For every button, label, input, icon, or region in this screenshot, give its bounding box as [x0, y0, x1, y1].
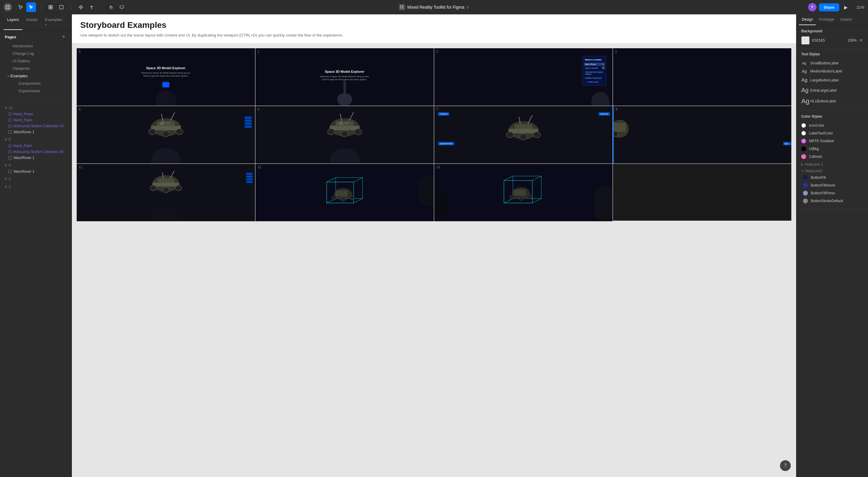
tab-examples[interactable]: Examples ∧ [41, 14, 68, 30]
layer-marsrover-4[interactable]: MarsRover 1 [0, 168, 71, 174]
user-avatar[interactable]: Y [808, 3, 816, 11]
pages-header: Pages + [5, 34, 67, 40]
share-button[interactable]: Share [819, 3, 839, 11]
canvas-area[interactable]: Storyboard Examples Use viewport to sket… [72, 14, 796, 477]
svg-rect-43 [614, 123, 626, 132]
svg-rect-6 [49, 7, 50, 9]
cell-number-13: 13 [436, 165, 440, 169]
tab-design[interactable]: Design [799, 14, 816, 25]
tab-prototype[interactable]: Prototype [816, 14, 837, 25]
pages-title: Pages [5, 35, 16, 39]
page-item-examples[interactable]: ∨ Examples [5, 72, 67, 80]
text-style-xlarge[interactable]: Ag ExtraLargeLabel [801, 85, 863, 96]
file-icon [399, 4, 405, 10]
text-style-ag-hl1: Ag [801, 97, 807, 105]
tab-layers[interactable]: Layers [4, 14, 23, 30]
layer-group-header-5[interactable]: # 5 [0, 136, 71, 143]
layer-group-header-11[interactable]: # 11 [0, 104, 71, 111]
storyboard-cell-7[interactable]: 7 Camera [434, 106, 613, 163]
storyboard-cell-2[interactable]: 2 Select a model Mars Rover› Space Shutt… [434, 48, 613, 106]
add-page-button[interactable]: + [61, 34, 67, 40]
frame-tool[interactable] [46, 2, 55, 12]
page-item-introduction[interactable]: Introduction [5, 42, 67, 50]
cell-number-12: 12 [257, 165, 261, 169]
layer-marsrover-5[interactable]: MarsRover 1 [0, 155, 71, 161]
layer-group-header-2[interactable]: # 2 [0, 184, 71, 190]
cell-number-8: 8 [616, 107, 617, 111]
layer-group-header-3[interactable]: # 3 [0, 176, 71, 182]
color-style-buttonfillhover[interactable]: ButtonFillHover [803, 182, 863, 189]
storyboard-cell-8[interactable]: 8 Spe... [613, 106, 792, 163]
layer-group-num: 11 [9, 106, 12, 110]
move-tool[interactable] [16, 2, 25, 12]
layer-hand-press[interactable]: Hand_Press [0, 111, 71, 117]
color-style-iconcolor[interactable]: IconColor [801, 122, 863, 129]
storyboard-row-3: 11 [76, 164, 792, 221]
storyboard-cell-6[interactable]: 6 [255, 106, 434, 163]
tab-assets[interactable]: Assets [23, 14, 41, 30]
color-style-callouts[interactable]: Callouts [801, 153, 863, 160]
layer-group-header-4[interactable]: # 4 [0, 162, 71, 168]
svg-rect-12 [400, 7, 401, 8]
shape-tool[interactable] [57, 2, 66, 12]
layer-marsrover-1a[interactable]: MarsRover 1 [0, 129, 71, 135]
storyboard-cell-0[interactable]: 0 Space 3D Model Explorer Welcome to Spa… [76, 48, 255, 106]
text-style-large[interactable]: Ag LargeButtonLabel [801, 75, 863, 85]
page-item-gallery[interactable]: UI Gallery [5, 57, 67, 65]
layer-hololen2-btn-1[interactable]: HoloLens2 Button Collection 3V [0, 123, 71, 129]
page-item-components[interactable]: Components [11, 80, 67, 87]
svg-line-56 [353, 178, 363, 182]
play-button[interactable]: ▶ [842, 3, 850, 11]
layer-hand-palm-1[interactable]: Hand_Palm [0, 117, 71, 123]
color-style-mrtk[interactable]: MRTK Gradient [801, 137, 863, 145]
svg-point-29 [354, 129, 362, 135]
callouts-label: Callouts [809, 155, 822, 159]
storyboard-cell-3[interactable]: 3 [613, 48, 792, 106]
text-style-small[interactable]: Ag SmallButtonLabel [801, 59, 863, 67]
color-group-hololen1-label: HoloLens1 [805, 169, 823, 173]
image-icon [8, 156, 12, 159]
layer-hololen2-btn-2[interactable]: HoloLens2 Button Collection 3V [0, 149, 71, 155]
storyboard-cell-5[interactable]: 5 [76, 106, 255, 163]
color-style-buttonfill[interactable]: ButtonFill [803, 174, 863, 182]
bg-color-swatch[interactable] [801, 36, 810, 44]
tab-inspect[interactable]: Inspect [837, 14, 855, 25]
pen-tool[interactable] [76, 2, 86, 12]
layer-hand-palm-2[interactable]: Hand_Palm [0, 143, 71, 149]
color-group-hololen1[interactable]: ▼ HoloLens1 [801, 167, 863, 174]
svg-rect-1 [8, 5, 10, 7]
move-tools [14, 2, 37, 12]
color-style-uibkg[interactable]: UIBkg [801, 145, 863, 153]
file-title[interactable]: Mixed Reality Toolkit for Figma ∨ [407, 5, 469, 9]
text-styles-title: Text Styles [801, 52, 863, 56]
select-tool[interactable] [26, 2, 36, 12]
storyboard-cell-11[interactable]: 11 [76, 164, 255, 221]
text-style-hl1[interactable]: Ag HL1ButtonLabel [801, 96, 863, 107]
color-style-labeltextcolor[interactable]: LabelTextColor [801, 129, 863, 137]
storyboard-cell-1[interactable]: 1 Space 3D Model Explorer Welcome to Spa… [255, 48, 434, 106]
storyboard-cell-12[interactable]: 12 [255, 164, 434, 221]
spec-partial-label: Spe... [783, 142, 791, 145]
text-tool[interactable]: T [87, 2, 96, 12]
text-style-ag-large: Ag [801, 77, 807, 83]
app-logo[interactable] [4, 3, 12, 11]
help-button[interactable]: ? [780, 460, 791, 471]
color-style-buttonstrokedefault[interactable]: ButtonStrokeDefault [803, 197, 863, 205]
text-style-ag-small: Ag [801, 61, 807, 65]
svg-line-69 [532, 198, 541, 203]
camera-label: Camera [438, 112, 449, 116]
hand-tool[interactable] [106, 2, 116, 12]
text-style-medium[interactable]: Ag MediumButtonLabel [801, 67, 863, 75]
storyboard-cell-13[interactable]: 13 [434, 164, 613, 221]
page-item-experiments[interactable]: Experiments [11, 87, 67, 95]
layer-group-3: # 3 [0, 176, 71, 182]
text-style-name-medium: MediumButtonLabel [810, 69, 842, 73]
comment-tool[interactable] [117, 2, 127, 12]
svg-line-67 [532, 176, 541, 181]
page-item-viewports[interactable]: Viewports [5, 65, 67, 72]
color-group-hololen2[interactable]: ▶ HoloLens 2 [801, 160, 863, 167]
visibility-toggle[interactable]: 👁 [859, 38, 863, 43]
diamond-icon [8, 118, 12, 122]
color-style-buttonfillpress[interactable]: ButtonFillPress [803, 189, 863, 197]
page-item-changelog[interactable]: Change Log [5, 50, 67, 57]
